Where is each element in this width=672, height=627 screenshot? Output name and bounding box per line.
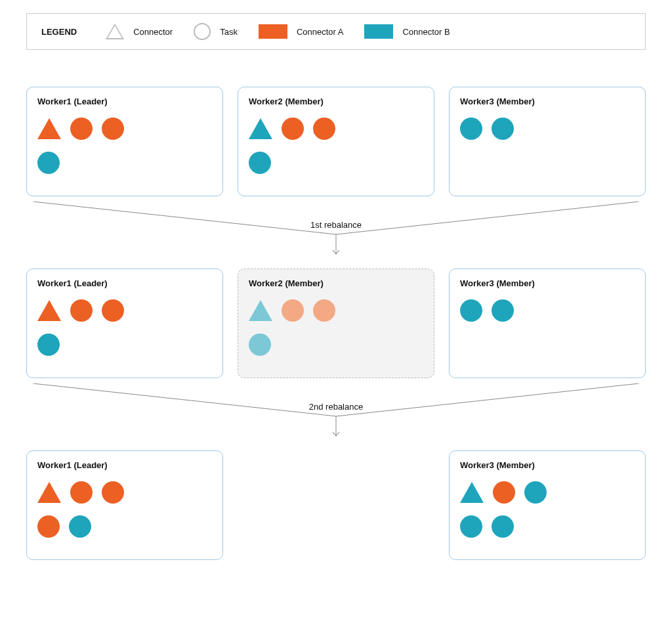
orange-triangle-icon [37,118,61,139]
legend-connector-b-label: Connector B [402,27,450,37]
shapes-row [460,116,635,142]
teal-triangle-icon [249,118,272,139]
orange-triangle-icon [37,482,61,503]
svg-line-3 [33,383,336,416]
shapes-row [460,479,635,506]
orange-circle-icon [102,118,124,140]
worker-box: Worker3 (Member) [449,269,646,378]
worker-title: Worker1 (Leader) [37,278,212,288]
teal-triangle-icon [460,482,484,503]
swatch-orange-icon [259,24,287,39]
legend-connector-a-label: Connector A [297,27,344,37]
orange-circle-icon [70,299,93,322]
shapes-row [249,116,423,142]
teal-circle-icon [37,334,60,356]
worker-box: Worker3 (Member) [449,87,646,196]
shapes-row [460,297,635,324]
worker-title: Worker3 (Member) [460,97,635,106]
teal-circle-icon [460,118,482,140]
orange-circle-icon [313,118,335,140]
teal-circle-icon [460,515,482,538]
circle-outline-icon [194,23,211,40]
orange-circle-icon [313,299,335,322]
legend-item-connector: Connector [106,24,173,39]
stage-row: Worker1 (Leader)Worker2 (Member)Worker3 … [26,87,646,196]
teal-circle-icon [460,299,482,322]
shapes-row [249,297,423,324]
legend-task-label: Task [220,27,238,37]
worker-box: Worker1 (Leader) [26,450,223,560]
orange-circle-icon [37,515,60,538]
worker-title: Worker1 (Leader) [37,460,212,470]
legend-item-connector-a: Connector A [259,24,344,39]
stage-row: Worker1 (Leader)Worker2 (Member)Worker3 … [26,269,646,378]
teal-circle-icon [524,481,547,504]
shapes-row [37,297,212,324]
orange-circle-icon [282,118,304,140]
teal-circle-icon [492,299,514,322]
worker-title: Worker3 (Member) [460,460,635,470]
legend-box: LEGEND Connector Task Connector A Connec… [26,13,646,50]
shapes-row [249,150,423,176]
orange-triangle-icon [37,300,61,321]
shapes-row [37,150,212,176]
legend-connector-label: Connector [133,27,173,37]
orange-circle-icon [70,481,93,504]
orange-circle-icon [102,299,124,322]
worker-title: Worker2 (Member) [249,278,423,288]
worker-title: Worker2 (Member) [249,97,423,106]
worker-box: Worker2 (Member) [238,269,434,378]
svg-line-0 [33,202,336,234]
worker-title: Worker3 (Member) [460,278,635,288]
teal-circle-icon [249,334,271,356]
orange-circle-icon [493,481,515,504]
shapes-row [37,479,212,506]
worker-box: Worker1 (Leader) [26,87,223,196]
triangle-outline-icon [106,24,124,39]
shapes-row [37,116,212,142]
orange-circle-icon [282,299,304,322]
connector-lines-icon [26,202,646,261]
swatch-teal-icon [364,24,393,39]
worker-box: Worker2 (Member) [238,87,434,196]
connector-label: 1st rebalance [306,220,366,230]
empty-slot [238,450,434,560]
stage-connector: 1st rebalance [26,202,646,261]
stage-connector: 2nd rebalance [26,383,646,443]
teal-circle-icon [69,515,91,538]
legend-item-task: Task [194,23,238,40]
shapes-row [37,513,212,540]
orange-circle-icon [70,118,93,140]
stage-row: Worker1 (Leader)Worker3 (Member) [26,450,646,560]
shapes-row [249,332,423,358]
legend-item-connector-b: Connector B [364,24,450,39]
orange-circle-icon [102,481,124,504]
svg-line-4 [336,383,639,416]
worker-box: Worker3 (Member) [449,450,646,560]
teal-circle-icon [492,118,514,140]
stages-container: Worker1 (Leader)Worker2 (Member)Worker3 … [26,87,646,560]
teal-circle-icon [492,515,514,538]
connector-lines-icon [26,383,646,443]
svg-line-1 [336,202,639,234]
legend-title: LEGEND [41,27,77,37]
worker-title: Worker1 (Leader) [37,97,212,106]
connector-label: 2nd rebalance [305,402,367,412]
teal-triangle-icon [249,300,272,321]
worker-box: Worker1 (Leader) [26,269,223,378]
shapes-row [37,332,212,358]
teal-circle-icon [249,152,271,174]
teal-circle-icon [37,152,60,174]
shapes-row [460,513,635,540]
